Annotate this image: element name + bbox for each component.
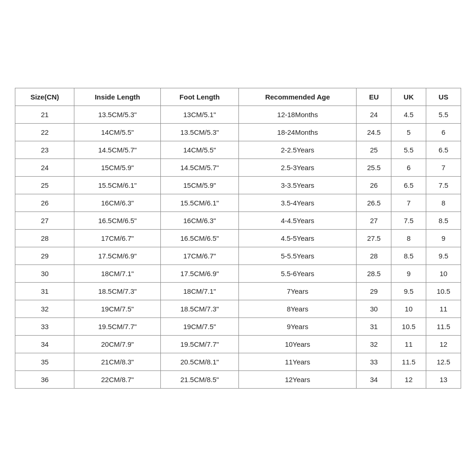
cell-r5-c2: 15.5CM/6.1": [160, 194, 238, 212]
cell-r12-c2: 19CM/7.5": [160, 317, 238, 335]
cell-r13-c3: 10Years: [238, 335, 357, 353]
table-row: 3521CM/8.3"20.5CM/8.1"11Years3311.512.5: [15, 353, 461, 370]
col-header-0: Size(CN): [15, 88, 74, 106]
table-row: 2214CM/5.5"13.5CM/5.3"18-24Months24.556: [15, 123, 461, 141]
table-body: 2113.5CM/5.3"13CM/5.1"12-18Months244.55.…: [15, 106, 461, 388]
cell-r12-c5: 10.5: [391, 317, 426, 335]
cell-r8-c4: 28: [357, 247, 391, 264]
cell-r3-c2: 14.5CM/5.7": [160, 159, 238, 176]
cell-r5-c0: 26: [15, 194, 74, 212]
cell-r2-c4: 25: [357, 141, 391, 159]
cell-r11-c6: 11: [426, 300, 461, 317]
col-header-3: Recommended Age: [238, 88, 357, 106]
cell-r3-c3: 2.5-3Years: [238, 159, 357, 176]
cell-r9-c2: 17.5CM/6.9": [160, 264, 238, 282]
cell-r8-c0: 29: [15, 247, 74, 264]
cell-r5-c6: 8: [426, 194, 461, 212]
cell-r11-c4: 30: [357, 300, 391, 317]
cell-r3-c6: 7: [426, 159, 461, 176]
cell-r8-c6: 9.5: [426, 247, 461, 264]
cell-r10-c2: 18CM/7.1": [160, 282, 238, 300]
cell-r14-c3: 11Years: [238, 353, 357, 370]
cell-r3-c5: 6: [391, 159, 426, 176]
cell-r7-c6: 9: [426, 229, 461, 247]
cell-r1-c0: 22: [15, 123, 74, 141]
table-row: 2415CM/5.9"14.5CM/5.7"2.5-3Years25.567: [15, 159, 461, 176]
table-row: 2314.5CM/5.7"14CM/5.5"2-2.5Years255.56.5: [15, 141, 461, 159]
cell-r0-c2: 13CM/5.1": [160, 106, 238, 123]
cell-r11-c5: 10: [391, 300, 426, 317]
cell-r9-c1: 18CM/7.1": [74, 264, 161, 282]
cell-r0-c0: 21: [15, 106, 74, 123]
col-header-1: Inside Length: [74, 88, 161, 106]
cell-r0-c4: 24: [357, 106, 391, 123]
cell-r11-c3: 8Years: [238, 300, 357, 317]
cell-r10-c5: 9.5: [391, 282, 426, 300]
cell-r15-c3: 12Years: [238, 370, 357, 388]
cell-r2-c3: 2-2.5Years: [238, 141, 357, 159]
cell-r8-c5: 8.5: [391, 247, 426, 264]
cell-r14-c4: 33: [357, 353, 391, 370]
cell-r0-c5: 4.5: [391, 106, 426, 123]
cell-r14-c1: 21CM/8.3": [74, 353, 161, 370]
cell-r13-c6: 12: [426, 335, 461, 353]
cell-r11-c1: 19CM/7.5": [74, 300, 161, 317]
cell-r1-c2: 13.5CM/5.3": [160, 123, 238, 141]
cell-r3-c0: 24: [15, 159, 74, 176]
cell-r4-c1: 15.5CM/6.1": [74, 176, 161, 194]
cell-r7-c3: 4.5-5Years: [238, 229, 357, 247]
cell-r13-c4: 32: [357, 335, 391, 353]
cell-r15-c6: 13: [426, 370, 461, 388]
cell-r14-c2: 20.5CM/8.1": [160, 353, 238, 370]
table-row: 3018CM/7.1"17.5CM/6.9"5.5-6Years28.5910: [15, 264, 461, 282]
cell-r10-c3: 7Years: [238, 282, 357, 300]
cell-r5-c5: 7: [391, 194, 426, 212]
cell-r5-c3: 3.5-4Years: [238, 194, 357, 212]
cell-r12-c4: 31: [357, 317, 391, 335]
cell-r14-c5: 11.5: [391, 353, 426, 370]
col-header-5: UK: [391, 88, 426, 106]
table-row: 3622CM/8.7"21.5CM/8.5"12Years341213: [15, 370, 461, 388]
cell-r13-c5: 11: [391, 335, 426, 353]
cell-r9-c5: 9: [391, 264, 426, 282]
cell-r6-c5: 7.5: [391, 212, 426, 229]
cell-r8-c2: 17CM/6.7": [160, 247, 238, 264]
cell-r15-c0: 36: [15, 370, 74, 388]
cell-r6-c1: 16.5CM/6.5": [74, 212, 161, 229]
cell-r12-c3: 9Years: [238, 317, 357, 335]
table-row: 2113.5CM/5.3"13CM/5.1"12-18Months244.55.…: [15, 106, 461, 123]
cell-r1-c6: 6: [426, 123, 461, 141]
cell-r4-c0: 25: [15, 176, 74, 194]
cell-r6-c6: 8.5: [426, 212, 461, 229]
cell-r1-c1: 14CM/5.5": [74, 123, 161, 141]
cell-r6-c2: 16CM/6.3": [160, 212, 238, 229]
table-row: 3319.5CM/7.7"19CM/7.5"9Years3110.511.5: [15, 317, 461, 335]
cell-r3-c4: 25.5: [357, 159, 391, 176]
cell-r6-c4: 27: [357, 212, 391, 229]
cell-r2-c5: 5.5: [391, 141, 426, 159]
cell-r0-c3: 12-18Months: [238, 106, 357, 123]
cell-r4-c2: 15CM/5.9": [160, 176, 238, 194]
cell-r6-c3: 4-4.5Years: [238, 212, 357, 229]
cell-r1-c3: 18-24Months: [238, 123, 357, 141]
cell-r0-c6: 5.5: [426, 106, 461, 123]
cell-r8-c1: 17.5CM/6.9": [74, 247, 161, 264]
cell-r12-c0: 33: [15, 317, 74, 335]
col-header-2: Foot Length: [160, 88, 238, 106]
cell-r9-c4: 28.5: [357, 264, 391, 282]
cell-r10-c6: 10.5: [426, 282, 461, 300]
cell-r8-c3: 5-5.5Years: [238, 247, 357, 264]
cell-r14-c0: 35: [15, 353, 74, 370]
cell-r7-c0: 28: [15, 229, 74, 247]
cell-r12-c6: 11.5: [426, 317, 461, 335]
cell-r1-c5: 5: [391, 123, 426, 141]
cell-r13-c0: 34: [15, 335, 74, 353]
size-chart-table: Size(CN)Inside LengthFoot LengthRecommen…: [15, 88, 461, 389]
cell-r2-c0: 23: [15, 141, 74, 159]
cell-r9-c6: 10: [426, 264, 461, 282]
cell-r15-c2: 21.5CM/8.5": [160, 370, 238, 388]
cell-r7-c2: 16.5CM/6.5": [160, 229, 238, 247]
col-header-6: US: [426, 88, 461, 106]
table-row: 2716.5CM/6.5"16CM/6.3"4-4.5Years277.58.5: [15, 212, 461, 229]
table-row: 3118.5CM/7.3"18CM/7.1"7Years299.510.5: [15, 282, 461, 300]
